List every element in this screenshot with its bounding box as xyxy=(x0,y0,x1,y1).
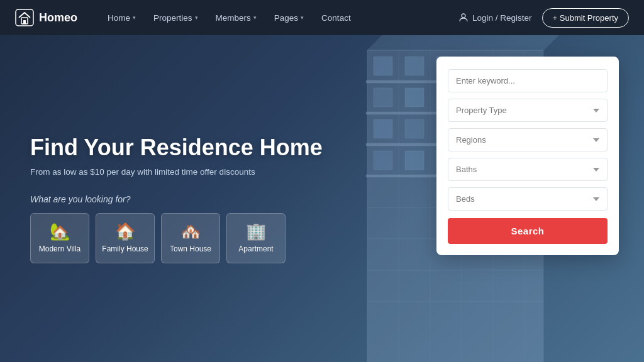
brand-name: Homeo xyxy=(39,11,77,25)
apartment-icon: 🏢 xyxy=(246,223,266,239)
town-house-icon: 🏘️ xyxy=(180,223,201,239)
svg-rect-15 xyxy=(405,57,424,75)
search-panel: Property Type Villa House Apartment Town… xyxy=(436,57,619,255)
navbar-right: Login / Register + Submit Property xyxy=(458,8,629,28)
brand-logo[interactable]: Homeo xyxy=(15,9,77,26)
svg-rect-32 xyxy=(405,151,424,170)
svg-rect-14 xyxy=(374,57,392,75)
family-house-label: Family House xyxy=(102,244,148,253)
property-type-town-house[interactable]: 🏘️ Town House xyxy=(161,213,220,263)
modern-villa-label: Modern Villa xyxy=(39,244,80,253)
nav-members[interactable]: Members ▾ xyxy=(208,9,264,26)
navbar: Homeo Home ▾ Properties ▾ Members ▾ Page… xyxy=(0,0,644,35)
chevron-down-icon: ▾ xyxy=(301,14,304,21)
hero-title: Find Your Residence Home xyxy=(30,134,323,161)
svg-rect-21 xyxy=(405,88,424,107)
svg-rect-43 xyxy=(23,20,26,24)
apartment-label: Apartment xyxy=(238,244,273,253)
nav-properties[interactable]: Properties ▾ xyxy=(146,9,206,26)
hero-subtitle: From as low as $10 per day with limited … xyxy=(30,167,323,177)
svg-rect-20 xyxy=(374,88,392,107)
hero-content: Find Your Residence Home From as low as … xyxy=(30,134,323,263)
svg-rect-26 xyxy=(374,119,392,138)
baths-select[interactable]: Baths 1 2 3 4+ xyxy=(448,158,608,181)
nav-home[interactable]: Home ▾ xyxy=(100,9,143,26)
property-type-select[interactable]: Property Type Villa House Apartment Town… xyxy=(448,99,608,122)
beds-select[interactable]: Beds 1 2 3 4+ xyxy=(448,187,608,211)
property-type-modern-villa[interactable]: 🏡 Modern Villa xyxy=(30,213,89,263)
property-types-grid: 🏡 Modern Villa 🏠 Family House 🏘️ Town Ho… xyxy=(30,213,323,263)
looking-for-label: What are you looking for? xyxy=(30,194,323,204)
svg-point-44 xyxy=(462,14,465,18)
nav-pages[interactable]: Pages ▾ xyxy=(267,9,311,26)
nav-menu: Home ▾ Properties ▾ Members ▾ Pages ▾ Co… xyxy=(100,9,458,26)
svg-rect-31 xyxy=(374,151,392,170)
chevron-down-icon: ▾ xyxy=(253,14,257,21)
login-register-link[interactable]: Login / Register xyxy=(458,13,532,23)
property-type-family-house[interactable]: 🏠 Family House xyxy=(96,213,155,263)
svg-rect-27 xyxy=(405,119,424,138)
submit-property-button[interactable]: + Submit Property xyxy=(542,8,629,28)
chevron-down-icon: ▾ xyxy=(133,14,136,21)
property-type-apartment[interactable]: 🏢 Apartment xyxy=(226,213,286,263)
town-house-label: Town House xyxy=(170,244,211,253)
family-house-icon: 🏠 xyxy=(115,223,135,239)
keyword-search-input[interactable] xyxy=(448,69,608,92)
regions-select[interactable]: Regions North South East West xyxy=(448,128,608,151)
nav-contact[interactable]: Contact xyxy=(314,9,358,26)
user-icon xyxy=(458,13,469,23)
modern-villa-icon: 🏡 xyxy=(50,223,70,239)
search-button[interactable]: Search xyxy=(448,218,608,244)
home-logo-icon xyxy=(15,9,34,26)
chevron-down-icon: ▾ xyxy=(195,14,198,21)
